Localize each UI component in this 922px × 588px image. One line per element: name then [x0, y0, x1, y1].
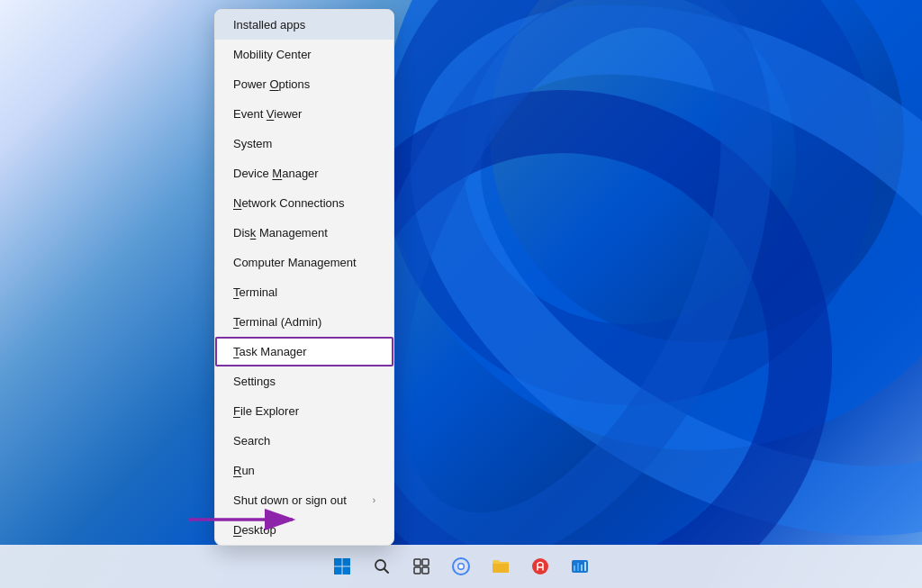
submenu-arrow-icon: ›: [373, 495, 375, 505]
menu-item-terminal-admin[interactable]: Terminal (Admin): [215, 307, 393, 337]
menu-item-computer-management[interactable]: Computer Management: [215, 248, 393, 277]
svg-line-7: [384, 569, 389, 574]
svg-rect-8: [414, 559, 420, 565]
menu-item-installed-apps[interactable]: Installed apps: [215, 10, 393, 40]
menu-item-task-manager[interactable]: Task Manager: [215, 337, 393, 366]
menu-item-search[interactable]: Search: [215, 426, 393, 456]
svg-rect-9: [422, 559, 429, 565]
menu-item-event-viewer[interactable]: Event Viewer: [215, 99, 393, 129]
svg-rect-4: [334, 567, 342, 575]
svg-rect-21: [584, 562, 586, 571]
desktop-background: [0, 0, 922, 588]
svg-point-14: [459, 565, 464, 569]
svg-rect-2: [334, 558, 342, 566]
menu-item-system[interactable]: System: [215, 129, 393, 158]
svg-rect-3: [343, 558, 351, 566]
svg-rect-11: [422, 567, 429, 574]
arrow-annotation: [189, 502, 306, 538]
taskbar-icon-taskmanager2[interactable]: [562, 548, 598, 584]
taskbar-icon-chrome[interactable]: [443, 548, 479, 584]
svg-rect-18: [574, 565, 575, 571]
taskbar: [0, 545, 922, 588]
menu-item-settings[interactable]: Settings: [215, 366, 393, 396]
svg-rect-5: [343, 567, 351, 575]
svg-rect-20: [581, 565, 583, 571]
menu-item-run[interactable]: Run: [215, 456, 393, 485]
svg-point-15: [532, 558, 548, 574]
taskbar-icon-start[interactable]: [324, 548, 360, 584]
menu-item-mobility-center[interactable]: Mobility Center: [215, 40, 393, 69]
menu-item-power-options[interactable]: Power Options: [215, 69, 393, 99]
taskbar-icon-file-explorer[interactable]: [483, 548, 519, 584]
taskbar-icon-search[interactable]: [364, 548, 400, 584]
context-menu: Installed appsMobility CenterPower Optio…: [214, 9, 394, 546]
svg-rect-19: [577, 563, 579, 571]
menu-item-device-manager[interactable]: Device Manager: [215, 158, 393, 188]
menu-item-network-connections[interactable]: Network Connections: [215, 188, 393, 218]
menu-item-file-explorer[interactable]: File Explorer: [215, 396, 393, 426]
menu-item-terminal[interactable]: Terminal: [215, 277, 393, 307]
taskbar-icon-task-view[interactable]: [403, 548, 439, 584]
taskbar-icon-store[interactable]: [522, 548, 558, 584]
taskbar-icons: [324, 548, 598, 584]
menu-item-disk-management[interactable]: Disk Management: [215, 218, 393, 248]
svg-rect-10: [414, 567, 420, 574]
